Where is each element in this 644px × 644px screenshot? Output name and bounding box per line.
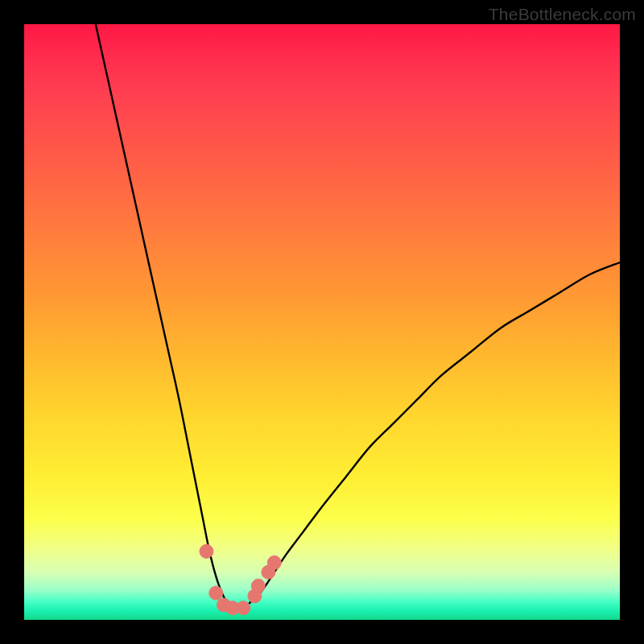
chart-svg bbox=[24, 24, 620, 620]
watermark-text: TheBottleneck.com bbox=[489, 5, 636, 24]
bottleneck-curve bbox=[96, 24, 620, 609]
curve-marker bbox=[267, 555, 281, 569]
curve-marker bbox=[200, 544, 213, 558]
curve-marker bbox=[237, 601, 250, 615]
curve-marker bbox=[209, 586, 223, 600]
chart-plot-area bbox=[24, 24, 620, 620]
curve-marker bbox=[251, 579, 265, 592]
